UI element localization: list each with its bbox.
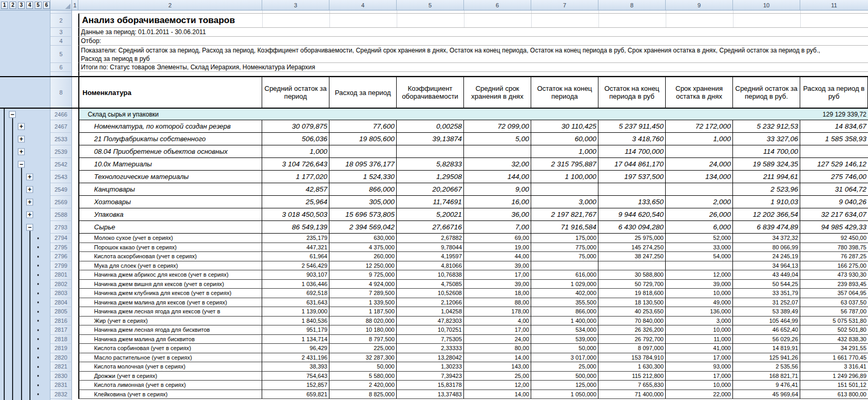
value-cell[interactable]: 134,000 <box>666 171 733 183</box>
value-cell[interactable]: 11,000 <box>666 335 733 344</box>
outline-level-5-button[interactable]: 5 <box>35 2 42 9</box>
header-expense-rub[interactable]: Расход за период в руб <box>800 77 868 108</box>
expand-group-button[interactable]: + <box>26 174 33 181</box>
empty-row-cell[interactable] <box>78 72 868 76</box>
value-cell[interactable]: 2 431,196 <box>262 353 329 363</box>
header-end-balance[interactable]: Остаток на конец периода <box>531 77 598 108</box>
value-cell[interactable]: 34 291,55 <box>800 344 868 353</box>
value-cell[interactable] <box>329 145 397 158</box>
row-number[interactable]: 2793 <box>50 221 72 234</box>
column-header-8[interactable]: 8 <box>598 0 666 10</box>
row-number[interactable]: 2 <box>50 14 72 28</box>
value-cell[interactable]: 1 249 296,89 <box>800 372 868 381</box>
value-cell[interactable]: 69,00 <box>464 234 531 243</box>
value-cell[interactable]: 1,000 <box>262 145 329 158</box>
nomenclature-cell[interactable]: Масло растительное (учет в сериях) <box>78 353 262 363</box>
value-cell[interactable]: 1 100,000 <box>531 171 598 183</box>
value-cell[interactable]: 26 326,200 <box>598 325 666 335</box>
value-cell[interactable]: 38,393 <box>262 362 329 372</box>
value-cell[interactable]: 24,000 <box>666 158 733 171</box>
value-cell[interactable]: 19,00 <box>464 243 531 252</box>
row-number[interactable]: 2801 <box>50 270 72 280</box>
row-number[interactable]: 2542 <box>50 158 72 171</box>
value-cell[interactable]: 754,643 <box>262 372 329 381</box>
value-cell[interactable]: 24,00 <box>464 335 531 344</box>
value-cell[interactable]: 38 247,250 <box>598 252 666 261</box>
value-cell[interactable]: 5 232 912,53 <box>733 120 800 133</box>
value-cell[interactable]: 33 351,79 <box>733 289 800 298</box>
nomenclature-cell[interactable]: Кислота сорбиновая (учет в сериях) <box>78 344 262 353</box>
value-cell[interactable]: 10,000 <box>666 289 733 298</box>
value-cell[interactable]: 25,964 <box>262 196 329 208</box>
value-cell[interactable]: 1 029,000 <box>531 280 598 289</box>
value-cell[interactable]: 34 964,13 <box>733 261 800 271</box>
row-number[interactable]: 2817 <box>50 325 72 335</box>
value-cell[interactable]: 10,000 <box>666 325 733 335</box>
value-cell[interactable]: 12 202 366,54 <box>733 208 800 221</box>
value-cell[interactable]: 4 375,000 <box>329 243 397 252</box>
value-cell[interactable]: 2,000 <box>666 196 733 208</box>
indicators-cell[interactable]: Показатели: Средний остаток за период, Р… <box>78 46 868 63</box>
nomenclature-cell[interactable]: 10.0х Материалы <box>78 158 262 171</box>
value-cell[interactable] <box>598 261 666 271</box>
value-cell[interactable]: 275 746,00 <box>800 171 868 183</box>
value-cell[interactable]: 25,000 <box>531 362 598 372</box>
value-cell[interactable]: 5 580,000 <box>329 372 397 381</box>
value-cell[interactable]: 402,000 <box>531 289 598 298</box>
value-cell[interactable]: 14,00 <box>464 390 531 399</box>
value-cell[interactable]: 136,000 <box>666 307 733 317</box>
value-cell[interactable]: 4,81066 <box>397 261 464 271</box>
value-cell[interactable]: 355,500 <box>531 298 598 308</box>
value-cell[interactable]: 6,000 <box>666 221 733 234</box>
outline-level-4-button[interactable]: 4 <box>26 2 33 9</box>
header-balance-storage-days[interactable]: Срок хранения остатка в днях <box>666 77 733 108</box>
expand-group-button[interactable]: + <box>18 136 25 143</box>
value-cell[interactable]: 17,00 <box>464 270 531 280</box>
value-cell[interactable]: 2 523,96 <box>733 183 800 196</box>
row-number[interactable]: 2803 <box>50 289 72 298</box>
value-cell[interactable]: 630,000 <box>329 234 397 243</box>
value-cell[interactable]: 10,76838 <box>397 270 464 280</box>
value-cell[interactable]: 12 250,000 <box>329 261 397 271</box>
row-number[interactable]: 2543 <box>50 171 72 183</box>
value-cell[interactable]: 2 535,56 <box>733 362 800 372</box>
value-cell[interactable]: 13,28042 <box>397 353 464 363</box>
expand-group-button[interactable]: + <box>26 212 33 218</box>
value-cell[interactable]: 17 044 861,170 <box>598 158 666 171</box>
value-cell[interactable]: 10,52608 <box>397 289 464 298</box>
nomenclature-cell[interactable]: Начинка джем вишня для кексов (учет в се… <box>78 280 262 289</box>
header-avg-balance-rub[interactable]: Средний остаток за период в руб. <box>733 77 800 108</box>
value-cell[interactable]: 80,00 <box>464 344 531 353</box>
value-cell[interactable]: 1,04258 <box>397 307 464 317</box>
value-cell[interactable]: 18 095 376,177 <box>329 158 397 171</box>
value-cell[interactable]: 5 237 911,450 <box>598 120 666 133</box>
value-cell[interactable]: 105 464,99 <box>733 317 800 326</box>
value-cell[interactable]: 30 110,425 <box>531 120 598 133</box>
outline-level-2-button[interactable]: 2 <box>9 2 16 9</box>
value-cell[interactable]: 12,000 <box>666 270 733 280</box>
value-cell[interactable]: 15,83178 <box>397 381 464 390</box>
value-cell[interactable]: 31 064,72 <box>800 183 868 196</box>
nomenclature-cell[interactable]: Упаковка <box>78 208 262 221</box>
value-cell[interactable]: 33 327,06 <box>733 133 800 145</box>
value-cell[interactable]: 534,000 <box>531 325 598 335</box>
row-number[interactable]: 3 <box>50 28 72 37</box>
value-cell[interactable]: 5 075 531,80 <box>800 317 868 326</box>
nomenclature-cell[interactable]: Склад сырья и упаковки <box>78 109 800 120</box>
value-cell[interactable]: 114 700,000 <box>598 145 666 158</box>
value-cell[interactable]: 50,000 <box>531 344 598 353</box>
nomenclature-cell[interactable]: Хозтовары <box>78 196 262 208</box>
row-number[interactable]: 2794 <box>50 234 72 243</box>
report-title-cell[interactable]: Анализ оборачиваемости товаров <box>78 14 868 28</box>
value-cell[interactable]: 8 825,000 <box>329 390 397 399</box>
value-cell[interactable]: 5,82833 <box>397 158 464 171</box>
value-cell[interactable]: 80 066,99 <box>733 243 800 252</box>
header-turnover-ratio[interactable]: Коэффициент оборачиваемости <box>397 77 464 108</box>
value-cell[interactable]: 144,00 <box>464 171 531 183</box>
value-cell[interactable]: 197 537,500 <box>598 171 666 183</box>
value-cell[interactable]: 10,000 <box>666 381 733 390</box>
column-header-2[interactable]: 2 <box>78 0 262 10</box>
column-header-7[interactable]: 7 <box>531 0 598 10</box>
nomenclature-cell[interactable]: Начинка джем лесная ягода для бисквитов <box>78 325 262 335</box>
value-cell[interactable]: 61,964 <box>262 252 329 261</box>
